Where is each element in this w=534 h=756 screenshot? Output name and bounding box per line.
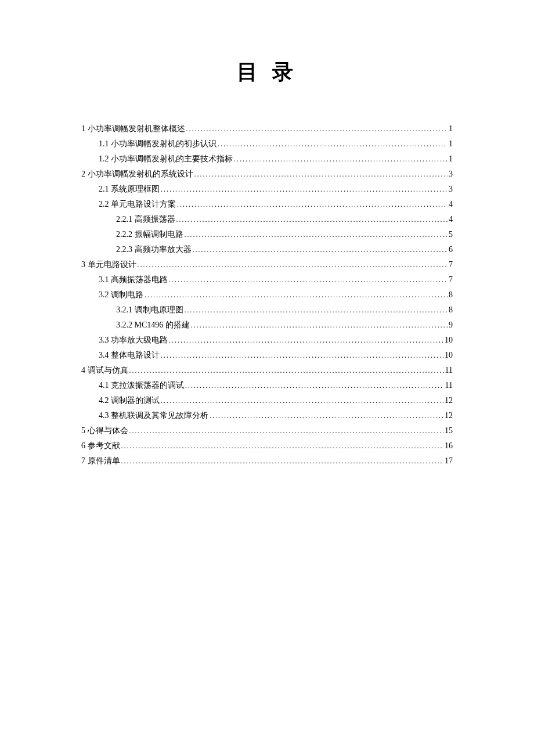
toc-entry: 7 原件清单17 — [81, 453, 453, 469]
toc-entry: 5 心得与体会15 — [81, 423, 453, 438]
toc-leader-dots — [186, 121, 448, 136]
toc-entry-label: 2.1 系统原理框图 — [99, 182, 160, 197]
toc-entry-label: 3.2 调制电路 — [99, 287, 143, 303]
toc-entry: 4.3 整机联调及其常见故障分析12 — [81, 408, 453, 423]
toc-entry-page: 6 — [449, 242, 453, 257]
toc-entry: 1.2 小功率调幅发射机的主要技术指标1 — [81, 152, 453, 167]
toc-leader-dots — [177, 197, 448, 212]
toc-leader-dots — [129, 423, 444, 438]
toc-entry-page: 11 — [445, 378, 453, 393]
toc-entry: 1 小功率调幅发射机整体概述1 — [81, 121, 453, 136]
toc-leader-dots — [193, 242, 448, 257]
toc-leader-dots — [176, 212, 448, 227]
toc-leader-dots — [161, 393, 443, 408]
toc-entry: 2.2.2 振幅调制电路5 — [81, 227, 453, 242]
toc-leader-dots — [161, 348, 443, 363]
toc-entry: 3.2.2 MC1496 的搭建 9 — [81, 318, 453, 333]
toc-leader-dots — [194, 167, 448, 182]
toc-entry-page: 12 — [445, 408, 453, 423]
toc-entry: 4.1 克拉泼振荡器的调试11 — [81, 378, 453, 393]
toc-entry-page: 4 — [449, 212, 453, 227]
toc-entry: 2.2.1 高频振荡器4 — [81, 212, 453, 227]
toc-entry: 3.4 整体电路设计10 — [81, 348, 453, 363]
toc-entry-label: 1 小功率调幅发射机整体概述 — [81, 121, 185, 136]
toc-entry: 4 调试与仿真11 — [81, 363, 453, 378]
toc-entry-page: 9 — [449, 318, 453, 333]
toc-entry: 3 单元电路设计7 — [81, 257, 453, 272]
toc-leader-dots — [121, 453, 444, 469]
toc-entry-label: 2.2.1 高频振荡器 — [116, 212, 175, 227]
toc-entry: 3.3 功率放大级电路10 — [81, 333, 453, 348]
toc-entry-label: 3.3 功率放大级电路 — [99, 333, 168, 348]
toc-entry: 2.2.3 高频功率放大器6 — [81, 242, 453, 257]
toc-entry-label: 4 调试与仿真 — [81, 363, 128, 378]
toc-entry-page: 11 — [445, 363, 453, 378]
toc-entry-page: 7 — [449, 272, 453, 287]
toc-leader-dots — [185, 227, 448, 242]
toc-entry-page: 10 — [445, 333, 453, 348]
toc-entry-label: 1.1 小功率调幅发射机的初步认识 — [99, 136, 217, 152]
toc-entry: 2.1 系统原理框图3 — [81, 182, 453, 197]
toc-entry-label: 4.1 克拉泼振荡器的调试 — [99, 378, 184, 393]
page-title: 目 录 — [81, 58, 453, 87]
toc-entry: 3.2 调制电路8 — [81, 287, 453, 303]
toc-entry-page: 16 — [445, 438, 453, 453]
toc-leader-dots — [129, 363, 444, 378]
toc-leader-dots — [121, 438, 444, 453]
toc-entry-page: 8 — [449, 303, 453, 318]
toc-entry-label: 3.2.2 MC1496 的搭建 — [116, 318, 190, 333]
toc-leader-dots — [185, 378, 444, 393]
toc-leader-dots — [169, 272, 448, 287]
toc-entry-page: 7 — [449, 257, 453, 272]
toc-entry-page: 3 — [449, 182, 453, 197]
toc-leader-dots — [161, 182, 448, 197]
toc-entry-label: 3.1 高频振荡器电路 — [99, 272, 168, 287]
toc-entry-page: 15 — [445, 423, 453, 438]
toc-entry-label: 2 小功率调幅发射机的系统设计 — [81, 167, 193, 182]
toc-entry-page: 3 — [449, 167, 453, 182]
toc-entry: 4.2 调制器的测试12 — [81, 393, 453, 408]
toc-entry: 3.2.1 调制电原理图8 — [81, 303, 453, 318]
toc-leader-dots — [210, 408, 443, 423]
toc-entry-page: 4 — [449, 197, 453, 212]
toc-entry: 3.1 高频振荡器电路7 — [81, 272, 453, 287]
toc-entry-label: 3.4 整体电路设计 — [99, 348, 160, 363]
toc-leader-dots — [138, 257, 448, 272]
toc-entry-label: 4.2 调制器的测试 — [99, 393, 160, 408]
toc-entry-page: 17 — [445, 453, 453, 469]
table-of-contents: 1 小功率调幅发射机整体概述11.1 小功率调幅发射机的初步认识11.2 小功率… — [81, 121, 453, 469]
toc-entry-label: 2.2.2 振幅调制电路 — [116, 227, 183, 242]
toc-entry-label: 6 参考文献 — [81, 438, 120, 453]
toc-entry-label: 3 单元电路设计 — [81, 257, 136, 272]
toc-entry-page: 8 — [449, 287, 453, 303]
toc-entry-label: 7 原件清单 — [81, 453, 120, 469]
toc-entry-label: 2.2.3 高频功率放大器 — [116, 242, 192, 257]
toc-entry: 2 小功率调幅发射机的系统设计3 — [81, 167, 453, 182]
toc-leader-dots — [191, 318, 448, 333]
toc-entry-label: 1.2 小功率调幅发射机的主要技术指标 — [99, 152, 233, 167]
toc-entry: 6 参考文献16 — [81, 438, 453, 453]
toc-entry-label: 2.2 单元电路设计方案 — [99, 197, 176, 212]
toc-leader-dots — [218, 136, 448, 152]
toc-leader-dots — [145, 287, 448, 303]
toc-entry-label: 3.2.1 调制电原理图 — [116, 303, 183, 318]
toc-entry-page: 5 — [449, 227, 453, 242]
toc-entry: 2.2 单元电路设计方案4 — [81, 197, 453, 212]
toc-leader-dots — [169, 333, 443, 348]
toc-entry-label: 4.3 整机联调及其常见故障分析 — [99, 408, 208, 423]
toc-entry-page: 12 — [445, 393, 453, 408]
toc-entry: 1.1 小功率调幅发射机的初步认识1 — [81, 136, 453, 152]
toc-entry-label: 5 心得与体会 — [81, 423, 128, 438]
toc-entry-page: 1 — [449, 152, 453, 167]
toc-leader-dots — [234, 152, 448, 167]
toc-entry-page: 1 — [449, 121, 453, 136]
toc-leader-dots — [185, 303, 448, 318]
toc-entry-page: 10 — [445, 348, 453, 363]
toc-entry-page: 1 — [449, 136, 453, 152]
